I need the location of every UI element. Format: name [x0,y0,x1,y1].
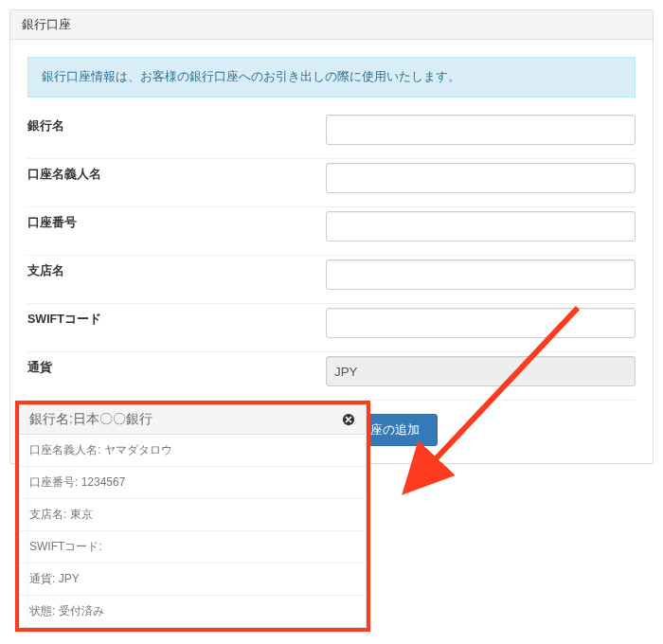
account-card-heading: 銀行名:日本〇〇銀行 [20,405,366,435]
bank-account-panel: 銀行口座 銀行口座情報は、お客様の銀行口座へのお引き出しの際に使用いたします。 … [9,9,654,464]
label-bank-name: 銀行名 [27,111,326,159]
row-value: ヤマダタロウ [104,443,172,456]
account-card-inner: 銀行名:日本〇〇銀行 口座名義人名: ヤマダタロウ 口座番号: 1234567 … [19,404,367,628]
card-bank-name: 日本〇〇銀行 [73,411,152,426]
list-item: 口座名義人名: ヤマダタロウ [20,435,366,467]
list-item: SWIFTコード: [20,531,366,564]
close-icon[interactable] [341,412,356,427]
form-row-branch: 支店名 [27,256,636,304]
list-item: 口座番号: 1234567 [20,467,366,499]
list-item: 支店名: 東京 [20,499,366,531]
row-label: 通貨 [29,572,52,585]
label-branch: 支店名 [27,256,326,304]
info-alert: 銀行口座情報は、お客様の銀行口座へのお引き出しの際に使用いたします。 [27,57,636,98]
row-label: SWIFTコード [29,540,99,553]
account-card-title: 銀行名:日本〇〇銀行 [29,411,152,428]
account-holder-input[interactable] [326,163,636,193]
form-row-swift: SWIFTコード [27,304,636,352]
currency-input [326,356,636,386]
account-card: 銀行名:日本〇〇銀行 口座名義人名: ヤマダタロウ 口座番号: 1234567 … [15,401,370,632]
list-item: 通貨: JPY [20,564,366,596]
card-bank-label: 銀行名 [29,411,69,426]
row-value: 1234567 [81,475,126,489]
row-label: 支店名 [29,508,63,521]
row-label: 状態 [29,604,52,617]
panel-body: 銀行口座情報は、お客様の銀行口座へのお引き出しの際に使用いたします。 銀行名 口… [10,40,653,463]
list-item: 状態: 受付済み [20,596,366,627]
branch-input[interactable] [326,259,636,290]
row-value: 受付済み [59,604,104,617]
row-value: 東京 [70,508,93,521]
row-label: 口座番号 [29,475,75,489]
panel-title: 銀行口座 [10,10,653,40]
label-account-holder: 口座名義人名 [27,159,326,207]
form-row-account-no: 口座番号 [27,207,636,256]
form-row-holder: 口座名義人名 [27,159,636,207]
label-currency: 通貨 [27,352,326,401]
row-label: 口座名義人名 [29,443,98,456]
row-value: JPY [59,572,80,585]
account-card-list: 口座名義人名: ヤマダタロウ 口座番号: 1234567 支店名: 東京 SWI… [20,435,366,627]
label-account-number: 口座番号 [27,207,326,256]
form-row-bank: 銀行名 [27,111,636,159]
swift-input[interactable] [326,308,636,338]
account-number-input[interactable] [326,211,636,242]
label-swift: SWIFTコード [27,304,326,352]
form-row-currency: 通貨 [27,352,636,401]
bank-name-input[interactable] [326,115,636,145]
